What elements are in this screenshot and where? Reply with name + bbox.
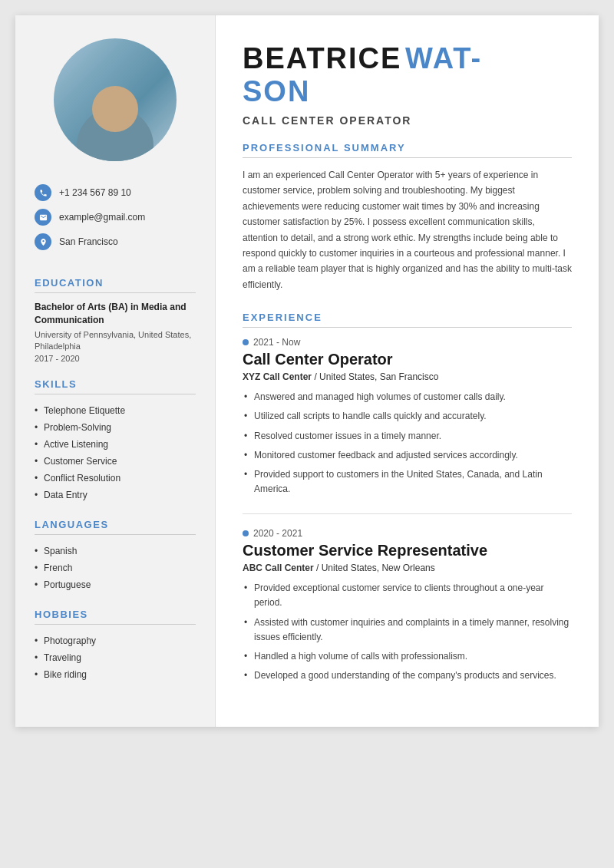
list-item: Handled a high volume of calls with prof… [243,648,572,665]
phone-icon [35,184,51,201]
list-item: Problem-Solving [35,419,196,436]
exp-period-1: 2021 - Now [243,337,572,348]
full-name: BEATRICE WAT-SON [243,42,572,108]
email-text: example@gmail.com [59,212,145,223]
education-title: EDUCATION [35,277,196,293]
list-item: Photography [35,632,196,649]
list-item: Spanish [35,543,196,559]
list-item: Provided exceptional customer service to… [243,579,572,612]
education-section: EDUCATION Bachelor of Arts (BA) in Media… [15,269,215,371]
email-icon [35,209,51,226]
avatar-container [15,15,215,177]
list-item: Bike riding [35,666,196,683]
list-item: Monitored customer feedback and adjusted… [243,447,572,464]
languages-list: Spanish French Portuguese [35,543,196,593]
list-item: Provided support to customers in the Uni… [243,466,572,498]
first-name: BEATRICE [243,42,401,74]
education-years: 2017 - 2020 [35,354,196,363]
name-block: BEATRICE WAT-SON [243,42,572,108]
period-text: 2020 - 2021 [253,528,302,539]
phone-text: +1 234 567 89 10 [59,187,131,198]
exp-bullets-2: Provided exceptional customer service to… [243,579,572,685]
period-text: 2021 - Now [253,337,300,348]
hobbies-section: HOBBIES Photography Traveling Bike ridin… [15,601,215,691]
education-degree: Bachelor of Arts (BA) in Media and Commu… [35,301,196,327]
list-item: Customer Service [35,453,196,470]
skills-section: SKILLS Telephone Etiquette Problem-Solvi… [15,371,215,511]
exp-period-2: 2020 - 2021 [243,528,572,539]
list-item: French [35,559,196,576]
location-icon [35,233,51,250]
skills-list: Telephone Etiquette Problem-Solving Acti… [35,402,196,503]
exp-job-title-1: Call Center Operator [243,351,572,368]
phone-item: +1 234 567 89 10 [35,184,196,201]
list-item: Data Entry [35,487,196,503]
company-location-2: United States, New Orleans [322,563,435,573]
list-item: Assisted with customer inquiries and com… [243,614,572,646]
list-item: Telephone Etiquette [35,402,196,419]
exp-dot-icon [243,339,249,345]
exp-company-1: XYZ Call Center / United States, San Fra… [243,371,572,382]
experience-divider [243,513,572,514]
experience-section-title: EXPERIENCE [243,312,572,328]
location-text: San Francisco [59,236,118,247]
company-name-1: XYZ Call Center [243,371,312,382]
list-item: Resolved customer issues in a timely man… [243,427,572,445]
education-school: University of Pennsylvania, United State… [35,329,196,353]
skills-title: SKILLS [35,378,196,394]
company-location-1: United States, San Francisco [319,371,438,382]
experience-job-1: 2021 - Now Call Center Operator XYZ Call… [243,337,572,498]
avatar [54,38,177,161]
languages-title: LANGUAGES [35,519,196,535]
company-name-2: ABC Call Center [243,563,314,573]
location-item: San Francisco [35,233,196,250]
experience-job-2: 2020 - 2021 Customer Service Representat… [243,528,572,685]
exp-bullets-1: Answered and managed high volumes of cus… [243,388,572,498]
sidebar: +1 234 567 89 10 example@gmail.com San F… [15,15,215,727]
hobbies-list: Photography Traveling Bike riding [35,632,196,683]
exp-dot-icon [243,530,249,536]
summary-section-title: PROFESSIONAL SUMMARY [243,142,572,158]
languages-section: LANGUAGES Spanish French Portuguese [15,511,215,601]
summary-text: I am an experienced Call Center Operator… [243,167,572,292]
contact-section: +1 234 567 89 10 example@gmail.com San F… [15,177,215,269]
exp-job-title-2: Customer Service Representative [243,542,572,559]
list-item: Active Listening [35,436,196,453]
job-title: CALL CENTER OPERATOR [243,114,572,127]
resume-container: +1 234 567 89 10 example@gmail.com San F… [15,15,599,727]
list-item: Traveling [35,649,196,666]
list-item: Answered and managed high volumes of cus… [243,388,572,406]
list-item: Portuguese [35,576,196,593]
email-item: example@gmail.com [35,209,196,226]
list-item: Utilized call scripts to handle calls qu… [243,408,572,425]
main-content: BEATRICE WAT-SON CALL CENTER OPERATOR PR… [215,15,599,727]
list-item: Conflict Resolution [35,470,196,487]
hobbies-title: HOBBIES [35,609,196,625]
exp-company-2: ABC Call Center / United States, New Orl… [243,563,572,573]
company-sep: / [316,563,322,573]
list-item: Developed a good understanding of the co… [243,667,572,685]
